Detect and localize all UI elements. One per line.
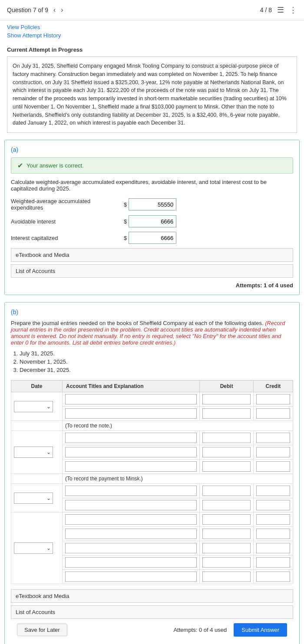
credit-input-4e[interactable]: [256, 572, 290, 582]
account-input-1a[interactable]: [65, 394, 197, 404]
more-options-icon[interactable]: ⋮: [289, 5, 297, 15]
debit-cell-3a: [200, 484, 253, 498]
part-b-label: (b): [11, 309, 293, 315]
account-input-2a[interactable]: [65, 433, 197, 443]
view-policies-link[interactable]: View Policies: [7, 24, 297, 30]
debit-input-4c[interactable]: [202, 543, 250, 553]
debit-input-2c[interactable]: [202, 461, 250, 472]
account-input-4a[interactable]: [65, 514, 197, 525]
col-date: Date: [11, 381, 63, 392]
progress-indicator: 4 / 8: [260, 7, 272, 13]
account-cell-4d: [63, 555, 200, 570]
debit-input-4a[interactable]: [202, 514, 250, 525]
debit-cell-1b: [200, 407, 253, 421]
note-row-2: (To record the payment to Minsk.): [11, 474, 293, 484]
credit-cell-4c: [253, 541, 293, 555]
account-input-3a[interactable]: [65, 486, 197, 496]
correct-banner: ✔ Your answer is correct.: [11, 158, 293, 174]
weighted-avg-label: Weighted-average accumulated expenditure…: [11, 198, 124, 211]
debit-input-2b[interactable]: [202, 447, 250, 457]
date-item-2: November 1, 2025.: [20, 358, 293, 365]
account-cell-3b: [63, 498, 200, 513]
chevron-down-icon-4: ⌄: [46, 545, 51, 551]
debit-input-4d[interactable]: [202, 557, 250, 568]
table-row: ⌄: [11, 513, 293, 527]
chevron-down-icon-1: ⌄: [46, 404, 51, 410]
credit-input-2b[interactable]: [256, 447, 290, 457]
list-accounts-button-a[interactable]: List of Accounts: [11, 264, 293, 278]
credit-cell-3a: [253, 484, 293, 498]
submit-button[interactable]: Submit Answer: [234, 623, 287, 637]
debit-cell-4e: [200, 570, 253, 584]
table-row: ⌄: [11, 484, 293, 498]
credit-input-1b[interactable]: [256, 408, 290, 419]
account-input-2c[interactable]: [65, 461, 197, 472]
credit-cell-4d: [253, 555, 293, 570]
save-button[interactable]: Save for Later: [17, 624, 67, 636]
list-icon[interactable]: ☰: [277, 5, 284, 15]
debit-input-4e[interactable]: [202, 572, 250, 582]
debit-input-3a[interactable]: [202, 486, 250, 496]
etextbook-button-b[interactable]: eTextbook and Media: [11, 589, 293, 603]
credit-input-1a[interactable]: [256, 394, 290, 404]
header-right: 4 / 8 ☰ ⋮: [260, 5, 297, 15]
weighted-avg-input[interactable]: [129, 198, 176, 210]
credit-input-3b[interactable]: [256, 500, 290, 510]
interest-capitalized-row: Interest capitalized $: [11, 232, 293, 244]
account-input-4d[interactable]: [65, 557, 197, 568]
etextbook-button-a[interactable]: eTextbook and Media: [11, 248, 293, 262]
date-dropdown-1[interactable]: ⌄: [14, 401, 53, 412]
account-cell-2a: [63, 431, 200, 445]
debit-cell-2c: [200, 460, 253, 474]
check-icon: ✔: [17, 161, 23, 170]
debit-cell-2b: [200, 445, 253, 460]
debit-input-4b[interactable]: [202, 529, 250, 539]
interest-capitalized-input[interactable]: [129, 232, 176, 244]
date-dropdown-2[interactable]: ⌄: [14, 447, 53, 458]
account-cell-3a: [63, 484, 200, 498]
account-input-4b[interactable]: [65, 529, 197, 539]
account-input-4e[interactable]: [65, 572, 197, 582]
account-input-1b[interactable]: [65, 408, 197, 419]
list-accounts-button-b[interactable]: List of Accounts: [11, 605, 293, 619]
col-account: Account Titles and Explanation: [63, 381, 200, 392]
dollar-sign-2: $: [124, 218, 127, 225]
credit-input-2c[interactable]: [256, 461, 290, 472]
date-cell-4: ⌄: [11, 513, 63, 584]
credit-cell-1a: [253, 392, 293, 407]
credit-input-3a[interactable]: [256, 486, 290, 496]
avoidable-interest-input[interactable]: [129, 215, 176, 227]
debit-input-1a[interactable]: [202, 394, 250, 404]
credit-cell-2a: [253, 431, 293, 445]
date-dropdown-4[interactable]: ⌄: [14, 542, 53, 554]
debit-cell-4a: [200, 513, 253, 527]
date-cell-2: ⌄: [11, 431, 63, 474]
attempts-a: Attempts: 1 of 4 used: [11, 282, 293, 289]
credit-cell-2c: [253, 460, 293, 474]
current-attempt-label: Current Attempt in Progress: [0, 44, 304, 56]
date-dropdown-3[interactable]: ⌄: [14, 493, 53, 504]
account-input-4c[interactable]: [65, 543, 197, 553]
credit-input-4b[interactable]: [256, 529, 290, 539]
credit-input-4d[interactable]: [256, 557, 290, 568]
col-credit: Credit: [253, 381, 293, 392]
nav-buttons[interactable]: ‹ ›: [52, 5, 65, 15]
debit-input-3b[interactable]: [202, 500, 250, 510]
part-a-panel: (a) ✔ Your answer is correct. Calculate …: [4, 140, 300, 295]
account-input-2b[interactable]: [65, 447, 197, 457]
credit-input-4c[interactable]: [256, 543, 290, 553]
debit-input-2a[interactable]: [202, 433, 250, 443]
show-attempt-link[interactable]: Show Attempt History: [7, 32, 297, 39]
account-cell-4e: [63, 570, 200, 584]
next-button[interactable]: ›: [59, 5, 65, 15]
prev-button[interactable]: ‹: [52, 5, 57, 15]
account-cell-4b: [63, 527, 200, 541]
account-input-3b[interactable]: [65, 500, 197, 510]
credit-input-4a[interactable]: [256, 514, 290, 525]
debit-cell-4d: [200, 555, 253, 570]
avoidable-interest-row: Avoidable interest $: [11, 215, 293, 227]
question-nav: Question 7 of 9 ‹ ›: [7, 5, 65, 15]
debit-input-1b[interactable]: [202, 408, 250, 419]
dollar-sign-3: $: [124, 235, 127, 241]
credit-input-2a[interactable]: [256, 433, 290, 443]
